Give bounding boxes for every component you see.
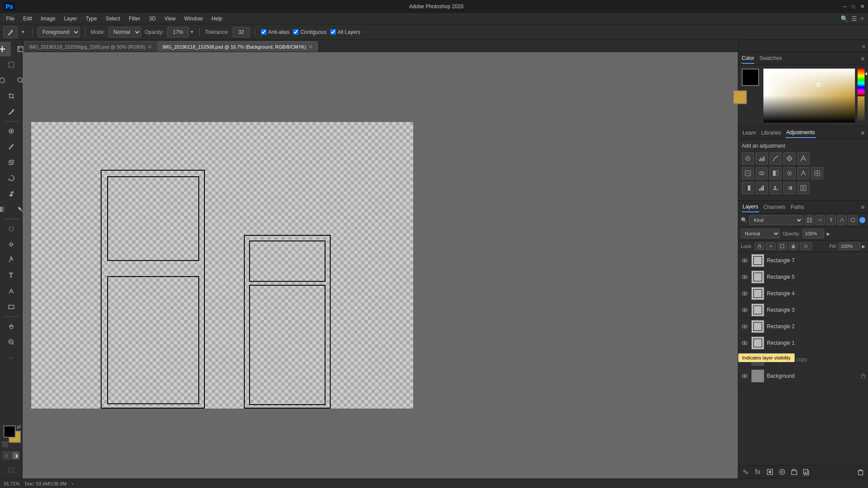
brightness-contrast-icon[interactable] bbox=[742, 152, 754, 165]
alpha-spectrum-slider[interactable] bbox=[858, 96, 865, 122]
add-style-btn[interactable]: fx bbox=[753, 467, 763, 477]
menu-view[interactable]: View bbox=[161, 15, 179, 23]
lock-position-btn[interactable] bbox=[766, 242, 776, 250]
healing-brush-btn[interactable] bbox=[3, 124, 20, 138]
layer-item-rect7[interactable]: Rectangle 7 bbox=[738, 252, 868, 269]
panel-collapse-btn[interactable]: « bbox=[862, 43, 865, 49]
quick-mask-btn[interactable]: ◨ bbox=[12, 452, 20, 459]
chevron-down-icon[interactable]: ▼ bbox=[21, 30, 25, 34]
curves-icon[interactable] bbox=[769, 152, 782, 165]
blend-mode-select[interactable]: Normal bbox=[741, 229, 780, 238]
channelmixer-icon[interactable] bbox=[797, 167, 809, 179]
lasso-tool-btn[interactable] bbox=[0, 73, 11, 88]
add-mask-btn[interactable] bbox=[765, 467, 775, 477]
default-colors-btn[interactable]: ⬛ bbox=[2, 441, 8, 447]
lock-artboard-btn[interactable] bbox=[777, 242, 787, 250]
layers-tab[interactable]: Layers bbox=[742, 202, 759, 212]
layer-list[interactable]: Rectangle 7 Rectangle 5 bbox=[738, 252, 868, 465]
layer-item-rect2[interactable]: Rectangle 2 bbox=[738, 318, 868, 335]
layers-panel-menu-icon[interactable]: ≡ bbox=[861, 204, 865, 211]
swatches-tab[interactable]: Swatches bbox=[760, 53, 782, 64]
layer-visibility-rect7[interactable] bbox=[741, 257, 749, 264]
all-layers-checkbox[interactable] bbox=[330, 29, 336, 35]
lock-auto-nest-btn[interactable] bbox=[800, 242, 812, 250]
menu-help[interactable]: Help bbox=[208, 15, 226, 23]
layer-visibility-rect2[interactable] bbox=[741, 323, 749, 330]
photoshop-canvas[interactable] bbox=[31, 122, 413, 409]
opacity-chevron-icon[interactable]: ▶ bbox=[827, 231, 830, 236]
mode-select[interactable]: Normal Darken Multiply bbox=[108, 27, 141, 37]
color-panel-menu-icon[interactable]: ≡ bbox=[861, 55, 865, 62]
shape-tool-btn[interactable] bbox=[3, 300, 20, 314]
fg-color-swatch-panel[interactable] bbox=[742, 69, 759, 86]
path-selection-btn[interactable] bbox=[3, 284, 20, 299]
eraser-tool-btn[interactable] bbox=[3, 186, 20, 201]
menu-filter[interactable]: Filter bbox=[125, 15, 144, 23]
extra-tools-btn[interactable]: ··· bbox=[3, 350, 20, 365]
foreground-select[interactable]: Foreground bbox=[38, 27, 80, 37]
menu-image[interactable]: Image bbox=[37, 15, 59, 23]
tab-1[interactable]: IMG_20190118_152556jpg_1500.psd @ 50% (R… bbox=[24, 41, 157, 52]
status-arrow[interactable]: › bbox=[72, 481, 73, 486]
layer-item-rect1[interactable]: Rectangle 1 Indicates layer visibility bbox=[738, 335, 868, 351]
swap-colors-btn[interactable]: ⇄ bbox=[16, 424, 21, 430]
hsl-icon[interactable] bbox=[742, 167, 754, 179]
selectivecolor-icon[interactable] bbox=[797, 182, 809, 194]
blur-tool-btn[interactable] bbox=[3, 221, 20, 236]
canvas-container[interactable] bbox=[23, 52, 738, 478]
zoom-tool-btn[interactable] bbox=[3, 335, 20, 350]
color-tab[interactable]: Color bbox=[742, 53, 754, 64]
layer-visibility-rect4[interactable] bbox=[741, 290, 749, 297]
photofilter-icon[interactable] bbox=[783, 167, 796, 179]
layer-item-bg[interactable]: Background bbox=[738, 368, 868, 384]
invert-icon[interactable] bbox=[742, 182, 754, 194]
layer-item-rect3[interactable]: Rectangle 3 bbox=[738, 302, 868, 318]
clone-stamp-btn[interactable] bbox=[3, 155, 20, 170]
brush-tool-btn[interactable] bbox=[3, 139, 20, 154]
minimize-btn[interactable]: ─ bbox=[843, 3, 847, 10]
tab-2-close[interactable]: ✕ bbox=[309, 44, 313, 50]
layer-visibility-rect5[interactable] bbox=[741, 273, 749, 281]
tab-2[interactable]: IMG_20190118_152508.psd @ 16.7% (Backgro… bbox=[158, 41, 318, 52]
layer-visibility-bgcopy[interactable] bbox=[741, 356, 749, 363]
menu-3d[interactable]: 3D bbox=[145, 15, 159, 23]
adj-panel-menu-icon[interactable]: ≡ bbox=[861, 129, 865, 136]
layer-item-bgcopy[interactable]: Background copy bbox=[738, 351, 868, 368]
posterize-icon[interactable] bbox=[756, 182, 768, 194]
window-controls[interactable]: ─ □ ✕ bbox=[843, 3, 865, 10]
fill-chevron-icon[interactable]: ▶ bbox=[862, 244, 865, 249]
expand-icon[interactable]: » bbox=[861, 15, 864, 22]
lock-all-btn[interactable] bbox=[789, 242, 798, 250]
channels-tab[interactable]: Channels bbox=[763, 202, 786, 212]
type-filter-icon[interactable]: T bbox=[826, 215, 836, 225]
layer-filter-toggle[interactable] bbox=[859, 217, 865, 223]
tolerance-input[interactable] bbox=[233, 27, 250, 37]
layer-visibility-rect3[interactable] bbox=[741, 306, 749, 314]
tool-wand-icon[interactable] bbox=[3, 26, 17, 38]
crop-tool-btn[interactable] bbox=[3, 89, 20, 103]
opacity-input[interactable] bbox=[167, 27, 189, 37]
layer-visibility-rect1[interactable] bbox=[741, 339, 749, 347]
bg-color-swatch-panel[interactable] bbox=[733, 90, 747, 104]
exposure-icon[interactable] bbox=[783, 152, 796, 165]
menu-file[interactable]: File bbox=[3, 15, 18, 23]
vibrance-icon[interactable] bbox=[797, 152, 809, 165]
menu-layer[interactable]: Layer bbox=[60, 15, 80, 23]
layers-kind-select[interactable]: Kind bbox=[749, 215, 803, 225]
anti-alias-checkbox[interactable] bbox=[261, 29, 266, 35]
foreground-dropdown[interactable]: Foreground bbox=[38, 27, 80, 37]
paths-tab[interactable]: Paths bbox=[790, 202, 805, 212]
libraries-tab[interactable]: Libraries bbox=[760, 128, 782, 138]
dodge-tool-btn[interactable] bbox=[3, 237, 20, 252]
marquee-tool-btn[interactable] bbox=[3, 57, 20, 72]
gradient-tool-btn[interactable] bbox=[0, 202, 11, 217]
menu-edit[interactable]: Edit bbox=[20, 15, 36, 23]
colorbalance-icon[interactable] bbox=[756, 167, 768, 179]
shape-filter-icon[interactable] bbox=[837, 215, 847, 225]
delete-layer-btn[interactable] bbox=[856, 467, 865, 477]
add-adjustment-btn[interactable] bbox=[777, 467, 787, 477]
threshold-icon[interactable] bbox=[769, 182, 782, 194]
gradientmap-icon[interactable] bbox=[783, 182, 796, 194]
opacity-value-layers[interactable] bbox=[802, 229, 824, 238]
text-tool-btn[interactable]: T bbox=[3, 268, 20, 283]
